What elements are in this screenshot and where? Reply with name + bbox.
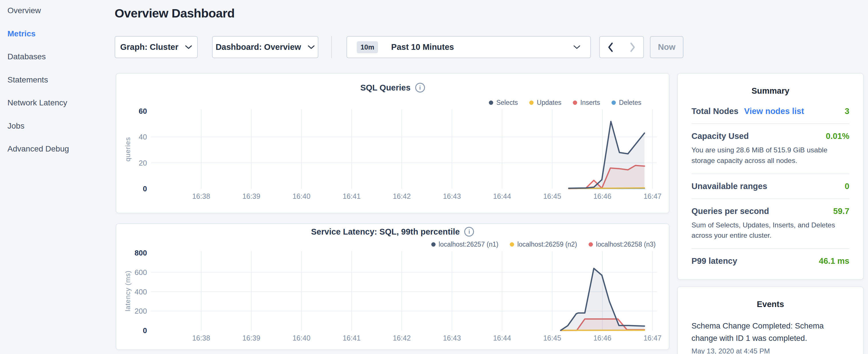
x-tick-label: 16:41 xyxy=(334,192,369,200)
x-tick-label: 16:43 xyxy=(435,192,469,200)
chevron-down-icon xyxy=(573,45,581,49)
legend-dot-icon xyxy=(431,242,436,247)
legend-dot-icon xyxy=(489,100,493,105)
legend-item[interactable]: localhost:26259 (n2) xyxy=(510,240,577,248)
time-next-button[interactable] xyxy=(622,37,643,58)
events-panel: Events Schema Change Completed: Schema c… xyxy=(677,286,864,354)
graph-selector-label: Graph: Cluster xyxy=(120,42,178,52)
summary-row: Queries per second59.7Sum of Selects, Up… xyxy=(691,198,849,249)
summary-row-label: Total Nodes xyxy=(691,106,739,116)
chevron-down-icon xyxy=(185,45,192,49)
x-tick-label: 16:43 xyxy=(435,334,469,342)
x-tick-label: 16:39 xyxy=(234,192,269,200)
dashboard-selector-label: Dashboard: Overview xyxy=(216,42,301,52)
legend-label: Deletes xyxy=(619,99,641,106)
events-title: Events xyxy=(691,299,849,309)
chevron-left-icon xyxy=(608,42,614,53)
legend-label: Updates xyxy=(537,99,561,106)
summary-panel: Summary Total NodesView nodes list3Capac… xyxy=(677,73,864,280)
legend-item[interactable]: localhost:26258 (n3) xyxy=(589,240,656,248)
time-range-badge: 10m xyxy=(357,41,378,53)
chart-legend: SelectsUpdatesInsertsDeletes xyxy=(489,99,641,106)
y-tick-label: 40 xyxy=(116,132,147,142)
x-tick-label: 16:45 xyxy=(535,192,569,200)
summary-row-label: Capacity Used xyxy=(691,131,749,141)
event-item[interactable]: Schema Change Completed: Schema change w… xyxy=(691,320,849,354)
events-list: Schema Change Completed: Schema change w… xyxy=(691,320,849,354)
y-tick-label: 600 xyxy=(116,267,147,278)
summary-row-description: You are using 28.6 MiB of 515.9 GiB usab… xyxy=(691,145,849,166)
event-timestamp: May 13, 2020 at 4:45 PM xyxy=(691,347,849,354)
summary-row-value: 0 xyxy=(845,182,849,191)
x-tick-label: 16:42 xyxy=(384,192,419,200)
legend-item[interactable]: Selects xyxy=(489,99,518,106)
legend-item[interactable]: Updates xyxy=(529,99,561,106)
legend-label: localhost:26258 (n3) xyxy=(596,240,656,248)
y-tick-label: 800 xyxy=(116,248,147,258)
x-tick-label: 16:39 xyxy=(234,334,269,342)
x-tick-label: 16:40 xyxy=(284,334,319,342)
summary-row-label: Unavailable ranges xyxy=(691,182,767,191)
summary-title: Summary xyxy=(691,86,849,96)
legend-item[interactable]: localhost:26257 (n1) xyxy=(431,240,498,248)
x-tick-label: 16:44 xyxy=(485,192,519,200)
time-window-nav xyxy=(599,36,644,58)
legend-label: Inserts xyxy=(580,99,600,106)
time-prev-button[interactable] xyxy=(600,37,622,58)
chevron-down-icon xyxy=(308,45,315,49)
x-tick-label: 16:46 xyxy=(585,334,620,342)
y-tick-label: 0 xyxy=(116,184,147,194)
legend-dot-icon xyxy=(529,100,534,105)
y-tick-label: 20 xyxy=(116,158,147,168)
info-icon[interactable]: i xyxy=(415,83,425,93)
event-text: Schema Change Completed: Schema change w… xyxy=(691,320,849,344)
chart-legend: localhost:26257 (n1)localhost:26259 (n2)… xyxy=(431,240,656,248)
dashboard-selector-dropdown[interactable]: Dashboard: Overview xyxy=(212,36,318,58)
summary-row-value: 59.7 xyxy=(833,206,849,216)
x-tick-label: 16:47 xyxy=(635,334,670,342)
chart-title: Service Latency: SQL, 99th percentile xyxy=(311,227,460,236)
summary-row: P99 latency46.1 ms xyxy=(691,248,849,273)
x-tick-label: 16:46 xyxy=(585,192,620,200)
sql-queries-plot xyxy=(151,109,657,191)
time-range-dropdown[interactable]: 10m Past 10 Minutes xyxy=(346,36,591,58)
legend-item[interactable]: Deletes xyxy=(612,99,641,106)
now-button[interactable]: Now xyxy=(650,36,683,58)
series-area-selects xyxy=(569,122,645,189)
summary-row-value: 3 xyxy=(845,106,849,116)
chevron-right-icon xyxy=(629,42,636,53)
time-range-label: Past 10 Minutes xyxy=(391,42,454,52)
summary-row-value: 46.1 ms xyxy=(819,256,849,266)
x-tick-label: 16:47 xyxy=(635,192,670,200)
x-tick-label: 16:45 xyxy=(535,334,569,342)
info-icon[interactable]: i xyxy=(464,227,474,236)
x-tick-label: 16:41 xyxy=(334,334,369,342)
sql-queries-chart-card: SQL Queries i SelectsUpdatesInsertsDelet… xyxy=(116,73,670,213)
chart-title: SQL Queries xyxy=(360,83,410,93)
legend-item[interactable]: Inserts xyxy=(573,99,600,106)
legend-dot-icon xyxy=(612,100,616,105)
service-latency-chart-card: Service Latency: SQL, 99th percentile i … xyxy=(116,223,670,350)
legend-dot-icon xyxy=(589,242,593,247)
legend-label: Selects xyxy=(496,99,518,106)
legend-label: localhost:26257 (n1) xyxy=(439,240,498,248)
y-tick-label: 200 xyxy=(116,306,147,316)
summary-row: Total NodesView nodes list3 xyxy=(691,106,849,123)
x-tick-label: 16:42 xyxy=(384,334,419,342)
graph-selector-dropdown[interactable]: Graph: Cluster xyxy=(115,36,198,58)
legend-dot-icon xyxy=(510,242,514,247)
x-tick-label: 16:44 xyxy=(485,334,519,342)
view-nodes-list-link[interactable]: View nodes list xyxy=(744,106,804,116)
y-tick-label: 400 xyxy=(116,287,147,297)
y-tick-label: 0 xyxy=(116,325,147,336)
summary-row-label: P99 latency xyxy=(691,256,737,266)
summary-row: Unavailable ranges0 xyxy=(691,173,849,198)
legend-dot-icon xyxy=(573,100,577,105)
summary-rows: Total NodesView nodes list3Capacity Used… xyxy=(691,106,849,273)
x-tick-label: 16:38 xyxy=(184,334,218,342)
divider xyxy=(331,36,332,58)
summary-row-label: Queries per second xyxy=(691,206,769,216)
summary-row-value: 0.01% xyxy=(826,131,849,141)
chart-title-row: Service Latency: SQL, 99th percentile i xyxy=(116,227,669,236)
chart-title-row: SQL Queries i xyxy=(116,83,669,93)
